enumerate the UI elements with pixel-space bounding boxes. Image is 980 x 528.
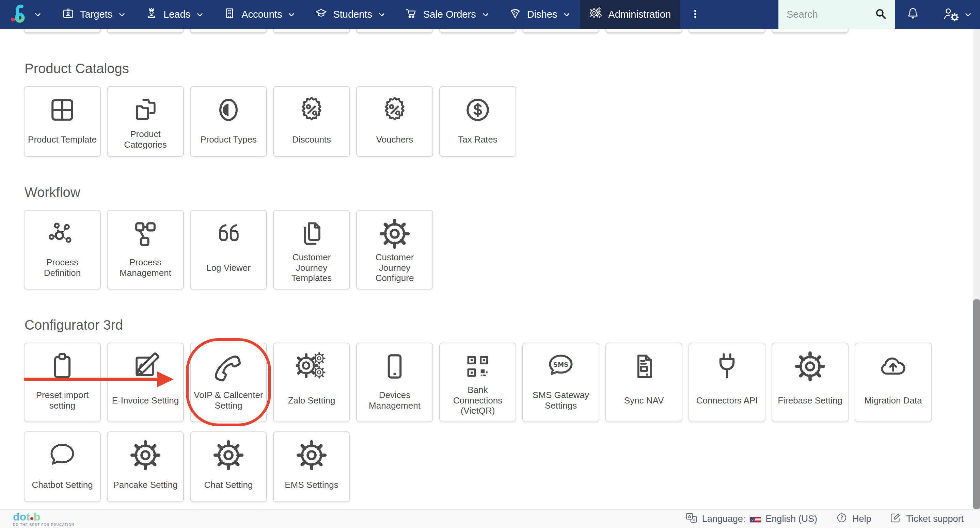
gear-icon	[794, 351, 826, 384]
nav-item-label: Sale Orders	[423, 9, 476, 20]
notifications-button[interactable]	[895, 0, 931, 29]
nav-item-sale-orders[interactable]: Sale Orders	[395, 0, 499, 29]
card-preset-import-setting[interactable]: Preset import setting	[24, 342, 101, 422]
card-devices-management[interactable]: Devices Management	[356, 342, 433, 422]
chevron-down-icon	[196, 11, 204, 18]
flowchart-icon	[130, 218, 161, 251]
card-migration-data[interactable]: Migration Data	[855, 342, 932, 422]
nav-item-targets[interactable]: Targets	[52, 0, 135, 29]
card-chatbot-setting[interactable]: Chatbot Setting	[24, 431, 101, 502]
card-product-template[interactable]: Product Template	[24, 86, 101, 157]
svg-text:?: ?	[840, 515, 843, 521]
card-voip-callcenter-setting[interactable]: VoIP & Callcenter Setting	[190, 342, 267, 422]
chevron-down-icon	[34, 11, 41, 18]
gear-icon	[213, 439, 244, 472]
tablet-icon	[379, 351, 410, 384]
nav-item-students[interactable]: Students	[305, 0, 395, 29]
dollar-circle-icon	[462, 94, 493, 127]
grad-cap-icon	[315, 7, 328, 22]
card-label: EMS Settings	[282, 472, 341, 501]
grid-icon	[47, 94, 78, 127]
card-product-categories[interactable]: Product Categories	[107, 86, 184, 157]
card-log-viewer[interactable]: Log Viewer	[190, 210, 267, 290]
card-label: Sync NAV	[621, 384, 667, 422]
invoice-pencil-icon: $	[130, 351, 161, 384]
card-label: Migration Data	[862, 384, 924, 422]
card-label: Devices Management	[357, 384, 433, 422]
card-sms-gateway-settings[interactable]: SMSSMS Gateway Settings	[522, 342, 599, 422]
search-icon[interactable]	[875, 8, 888, 22]
card-label: E-Invoice Setting	[109, 384, 182, 422]
card-firebase-setting[interactable]: Firebase Setting	[772, 342, 849, 422]
us-flag-icon	[750, 515, 761, 523]
card-customer-journey-configure[interactable]: Customer Journey Configure	[356, 210, 433, 290]
brand-menu[interactable]	[0, 0, 52, 29]
svg-text:A: A	[688, 514, 691, 519]
plug-icon	[711, 351, 743, 384]
ticket-support-link[interactable]: Ticket support	[889, 512, 964, 526]
question-circle-icon: ?	[835, 512, 848, 526]
nav-item-dishes[interactable]: Dishes	[499, 0, 580, 29]
section-title: Workflow	[24, 186, 951, 199]
card-tax-rates[interactable]: Tax Rates	[439, 86, 516, 157]
seal-percent-icon	[296, 94, 327, 127]
footer: dotb DO THE BEST FOR EDUCATION A a Langu…	[0, 509, 980, 528]
person-crown-icon	[145, 7, 158, 22]
gear-icon	[379, 218, 410, 251]
card-process-definition[interactable]: Process Definition	[24, 210, 101, 290]
card-ems-settings[interactable]: EMS Settings	[273, 431, 350, 502]
card-process-management[interactable]: Process Management	[107, 210, 184, 290]
section-product-catalogs: Product CatalogsProduct TemplateProduct …	[24, 62, 951, 157]
gear-icon	[296, 439, 327, 472]
user-menu-button[interactable]	[931, 0, 980, 29]
card-e-invoice-setting[interactable]: $E-Invoice Setting	[107, 342, 184, 422]
card-label: Process Management	[108, 251, 183, 289]
section-title: Product Catalogs	[24, 62, 951, 75]
nav-item-label: Administration	[608, 9, 671, 20]
card-label: Chat Setting	[201, 472, 255, 501]
id-card-icon	[62, 7, 75, 22]
card-chat-setting[interactable]: Chat Setting	[190, 431, 267, 502]
overflow-menu-button[interactable]	[680, 0, 710, 29]
card-label: Product Types	[197, 127, 259, 156]
nav-item-administration[interactable]: Administration	[580, 0, 680, 29]
help-link[interactable]: ? Help	[835, 512, 871, 526]
card-customer-journey-templates[interactable]: Customer Journey Templates	[273, 210, 350, 290]
nav-item-label: Leads	[164, 9, 190, 20]
gear-icon	[130, 439, 161, 472]
card-label: Vouchers	[374, 127, 416, 156]
card-label: VoIP & Callcenter Setting	[191, 384, 266, 422]
bell-icon	[906, 7, 920, 22]
nav-spacer	[710, 0, 778, 29]
card-label: Pancake Setting	[110, 472, 180, 501]
search-input[interactable]	[786, 8, 875, 21]
card-connectors-api[interactable]: Connectors API	[689, 342, 765, 422]
card-sync-nav[interactable]: Sync NAV	[605, 342, 682, 422]
nav-item-label: Accounts	[242, 9, 282, 20]
phone-icon	[213, 351, 244, 384]
chevron-down-icon	[563, 11, 570, 18]
building-icon	[223, 7, 236, 22]
cloud-upload-icon	[878, 351, 909, 384]
b-logo-icon	[10, 5, 27, 25]
nav-item-leads[interactable]: Leads	[135, 0, 213, 29]
nav-item-accounts[interactable]: Accounts	[213, 0, 305, 29]
card-zalo-setting[interactable]: Zalo Setting	[273, 342, 350, 422]
card-product-types[interactable]: Product Types	[190, 86, 267, 157]
card-vouchers[interactable]: Vouchers	[356, 86, 433, 157]
card-bank-connections-vietqr[interactable]: Bank Connections (VietQR)	[439, 342, 516, 422]
dotb-footer-logo: dotb DO THE BEST FOR EDUCATION	[13, 511, 74, 526]
logo-red-dot	[30, 517, 33, 520]
receipt-icon	[628, 351, 660, 384]
clipboard-icon	[47, 351, 78, 384]
card-label: Zalo Setting	[285, 384, 338, 422]
sms-bubble-icon: SMS	[545, 351, 576, 384]
language-selector[interactable]: A a Language: English (US)	[686, 512, 817, 526]
card-discounts[interactable]: Discounts	[273, 86, 350, 157]
seal-percent-icon	[379, 94, 410, 127]
card-label: SMS Gateway Settings	[523, 384, 599, 422]
scrollbar-thumb[interactable]	[973, 300, 980, 509]
card-pancake-setting[interactable]: Pancake Setting	[107, 431, 184, 502]
chevron-down-icon	[378, 11, 385, 18]
chat-bubble-icon	[47, 439, 78, 472]
